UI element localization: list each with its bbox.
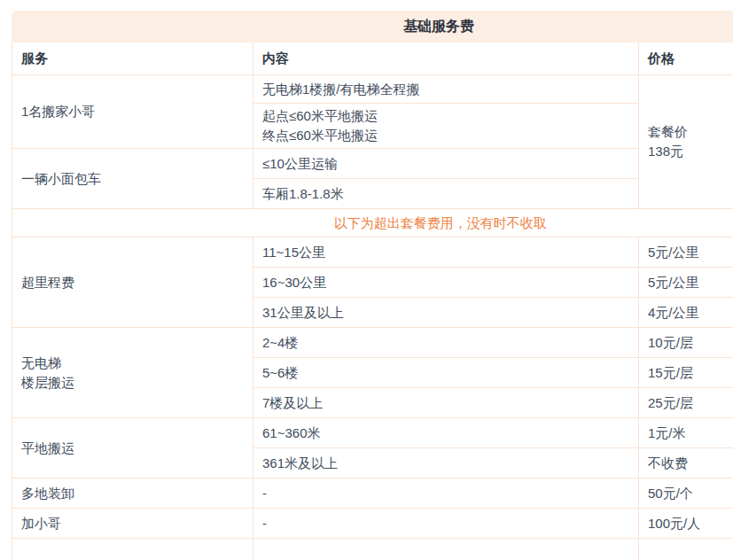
content-cell: 61~360米 [253,418,639,448]
col-header-price: 价格 [639,43,733,75]
price-cell: 15元/层 [639,358,733,388]
service-cell: 一辆小面包车 [12,149,253,209]
content-cell: 2~4楼 [253,328,639,358]
table-row: 1名搬家小哥 无电梯1楼搬/有电梯全程搬 套餐价 138元 [12,75,733,104]
col-header-content: 内容 [253,43,639,75]
table-row: 一辆小面包车 ≤10公里运输 [12,149,733,179]
service-cell: 超里程费 [12,237,253,328]
content-cell: - [253,509,639,539]
panel-title: 基础服务费 [12,11,733,43]
table-row: 加小哥 - 100元/人 [12,509,733,539]
price-cell: 4元/公里 [639,298,733,328]
price-cell: 100元/人 [639,509,733,539]
service-cell: 无电梯 楼层搬运 [12,328,253,418]
service-cell: 平地搬运 [12,418,253,478]
service-cell: 多地装卸 [12,478,253,509]
fees-table: 服务 内容 价格 1名搬家小哥 无电梯1楼搬/有电梯全程搬 套餐价 138元 起… [12,43,733,560]
surcharge-notice: 以下为超出套餐费用，没有时不收取 [12,209,733,237]
content-cell: ≤10公里运输 [253,149,639,179]
package-price-cell: 套餐价 138元 [639,75,733,209]
service-cell: 加小哥 [12,509,253,539]
content-cell: 361米及以上 [253,448,639,478]
content-cell: 起点≤60米平地搬运 终点≤60米平地搬运 [253,104,639,149]
fees-panel: 基础服务费 服务 内容 价格 1名搬家小哥 无电梯1楼搬/有电梯全程搬 套餐价 … [12,11,733,560]
price-cell: 5元/公里 [639,268,733,298]
content-cell: 无电梯1楼搬/有电梯全程搬 [253,75,639,104]
table-row: 超里程费 11~15公里 5元/公里 [12,237,733,268]
price-cell: 5元/公里 [639,237,733,268]
content-cell [253,539,639,560]
content-cell: 31公里及以上 [253,298,639,328]
content-cell: 5~6楼 [253,358,639,388]
price-cell: 50元/个 [639,478,733,509]
price-cell: 不收费 [639,448,733,478]
header-row: 服务 内容 价格 [12,43,733,75]
price-cell: 10元/层 [639,328,733,358]
table-row: 平地搬运 61~360米 1元/米 [12,418,733,448]
price-cell: 25元/层 [639,388,733,418]
content-cell: 11~15公里 [253,237,639,268]
table-row: 多地装卸 - 50元/个 [12,478,733,509]
content-cell: 16~30公里 [253,268,639,298]
content-cell: 7楼及以上 [253,388,639,418]
content-cell: 车厢1.8-1.8米 [253,179,639,209]
notice-row: 以下为超出套餐费用，没有时不收取 [12,209,733,237]
content-cell: - [253,478,639,509]
price-cell [639,539,733,560]
partial-row [12,539,733,560]
service-cell: 1名搬家小哥 [12,75,253,149]
table-row: 无电梯 楼层搬运 2~4楼 10元/层 [12,328,733,358]
price-cell: 1元/米 [639,418,733,448]
service-cell [12,539,253,560]
col-header-service: 服务 [12,43,253,75]
